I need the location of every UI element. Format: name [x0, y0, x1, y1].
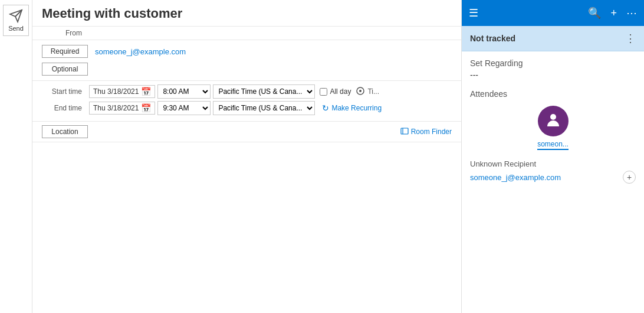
title-row — [32, 0, 461, 27]
location-input[interactable] — [95, 128, 396, 136]
compose-area: From Required someone_j@example.com Opti… — [32, 0, 461, 313]
start-time-row: Start time Thu 3/18/2021 📅 8:00 AM Pacif… — [42, 84, 452, 99]
send-panel: Send — [0, 0, 32, 313]
start-time-select[interactable]: 8:00 AM — [157, 84, 211, 99]
location-row: Location Room Finder — [42, 125, 452, 138]
not-tracked-label: Not tracked — [470, 34, 515, 43]
start-date-value: Thu 3/18/2021 — [93, 87, 139, 96]
attendee-avatar — [538, 106, 569, 136]
compose-body[interactable] — [32, 142, 461, 313]
sidebar-header-right-icons: 🔍 + ⋯ — [588, 6, 637, 19]
meeting-title-input[interactable] — [42, 6, 452, 21]
unknown-recipient-section: Unknown Recipient someone_j@example.com … — [470, 159, 636, 184]
start-time-label: Start time — [42, 87, 89, 96]
location-button[interactable]: Location — [42, 125, 88, 138]
time-section: Start time Thu 3/18/2021 📅 8:00 AM Pacif… — [32, 81, 461, 122]
end-date-value: Thu 3/18/2021 — [93, 104, 139, 112]
start-timezone-select[interactable]: Pacific Time (US & Cana... — [213, 84, 315, 99]
svg-rect-4 — [401, 128, 408, 134]
add-recipient-button[interactable]: + — [623, 171, 636, 184]
menu-icon[interactable]: ☰ — [469, 6, 478, 19]
calendar-icon: 📅 — [141, 87, 151, 96]
track-icon — [356, 86, 365, 97]
end-date-picker[interactable]: Thu 3/18/2021 📅 — [89, 102, 155, 115]
location-section: Location Room Finder — [32, 122, 461, 142]
attendee-item: someon... — [470, 106, 636, 150]
set-regarding-label: Set Regarding — [470, 58, 636, 68]
end-timezone-select[interactable]: Pacific Time (US & Cana... — [213, 101, 315, 115]
unknown-email-link[interactable]: someone_j@example.com — [470, 173, 561, 182]
svg-point-6 — [550, 114, 556, 120]
recurring-icon: ↻ — [322, 103, 329, 113]
svg-point-3 — [359, 90, 362, 92]
banner-more-icon[interactable]: ⋮ — [625, 32, 636, 45]
not-tracked-banner: Not tracked ⋮ — [462, 26, 644, 51]
end-calendar-icon: 📅 — [141, 103, 151, 113]
sidebar-header-icons: ☰ — [469, 6, 478, 19]
recipients-section: Required someone_j@example.com Optional — [32, 40, 461, 81]
send-label: Send — [8, 25, 24, 32]
sidebar-content: Set Regarding --- Attendees someon... Un… — [462, 51, 644, 313]
end-time-select[interactable]: 9:30 AM — [157, 101, 211, 115]
search-icon[interactable]: 🔍 — [588, 6, 601, 19]
required-email[interactable]: someone_j@example.com — [95, 47, 186, 56]
add-icon[interactable]: + — [610, 7, 617, 19]
required-row: Required someone_j@example.com — [42, 43, 452, 60]
sidebar-header: ☰ 🔍 + ⋯ — [462, 0, 644, 26]
unknown-recipient-label: Unknown Recipient — [470, 159, 636, 168]
end-time-label: End time — [42, 104, 89, 112]
time-extra: Ti... — [367, 87, 379, 96]
end-time-row: End time Thu 3/18/2021 📅 9:30 AM Pacific… — [42, 101, 452, 115]
required-button[interactable]: Required — [42, 45, 88, 58]
from-label: From — [42, 29, 89, 37]
attendee-name[interactable]: someon... — [537, 140, 569, 150]
make-recurring-button[interactable]: ↻ Make Recurring — [322, 103, 382, 113]
all-day-checkbox[interactable] — [320, 88, 327, 96]
optional-row: Optional — [42, 60, 452, 78]
start-date-picker[interactable]: Thu 3/18/2021 📅 — [89, 85, 155, 98]
send-button[interactable]: Send — [3, 5, 29, 36]
unknown-email-row: someone_j@example.com + — [470, 171, 636, 184]
room-finder-icon — [400, 127, 409, 137]
avatar-person-icon — [545, 111, 561, 132]
room-finder-button[interactable]: Room Finder — [400, 127, 452, 137]
regarding-value: --- — [470, 70, 636, 80]
more-icon[interactable]: ⋯ — [626, 6, 637, 19]
send-icon — [9, 9, 23, 23]
from-row: From — [32, 27, 461, 40]
optional-button[interactable]: Optional — [42, 63, 88, 76]
all-day-label[interactable]: All day — [320, 87, 351, 96]
attendees-label: Attendees — [470, 89, 636, 99]
right-sidebar: ☰ 🔍 + ⋯ Not tracked ⋮ Set Regarding --- … — [461, 0, 644, 313]
